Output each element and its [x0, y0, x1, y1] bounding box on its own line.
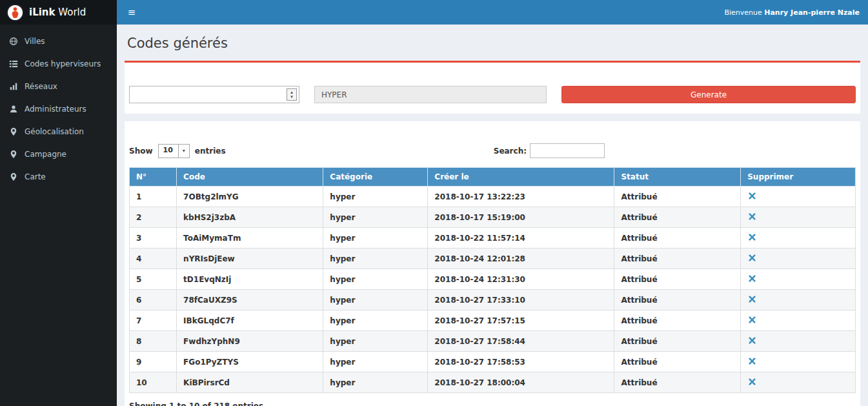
- cell-created: 2018-10-17 15:19:00: [428, 207, 614, 228]
- delete-code-icon[interactable]: [747, 192, 757, 200]
- table-row: 3 ToAiMymaTm hyper 2018-10-22 11:57:14 A…: [130, 228, 856, 249]
- cell-category: hyper: [323, 331, 428, 352]
- cell-code: kbHS2j3zbA: [177, 207, 323, 228]
- cell-code: 7OBtg2lmYG: [177, 187, 323, 207]
- column-header[interactable]: Catégorie: [323, 168, 428, 187]
- cell-status: Attribué: [614, 249, 741, 269]
- brand-name-bold: iLink: [29, 6, 56, 18]
- cell-num: 3: [130, 228, 177, 249]
- sidebar-toggle-icon[interactable]: ≡: [117, 0, 146, 25]
- sidebar-item[interactable]: Campagne: [0, 143, 117, 165]
- column-header[interactable]: Supprimer: [741, 168, 856, 187]
- table-controls: Show 10 ▾ entries Search:: [129, 143, 856, 158]
- sidebar-item[interactable]: Administrateurs: [0, 97, 117, 120]
- brand[interactable]: iLink World: [0, 0, 117, 25]
- sidebar-item[interactable]: Villes: [0, 30, 117, 52]
- cell-delete: [741, 352, 856, 372]
- table-row: 2 kbHS2j3zbA hyper 2018-10-17 15:19:00 A…: [130, 207, 856, 228]
- cell-created: 2018-10-27 17:58:53: [428, 352, 614, 372]
- cell-delete: [741, 310, 856, 331]
- delete-code-icon[interactable]: [747, 378, 757, 386]
- search-input[interactable]: [530, 143, 605, 158]
- cell-num: 6: [130, 290, 177, 310]
- marker-icon: [8, 127, 18, 136]
- sidebar-item-label: Campagne: [25, 150, 66, 159]
- spinner-down-icon[interactable]: ▾: [290, 95, 293, 99]
- globe-icon: [8, 36, 18, 46]
- cell-num: 10: [130, 372, 177, 393]
- table-row: 7 IBkGLqdC7f hyper 2018-10-27 17:57:15 A…: [130, 310, 856, 331]
- code-count-input[interactable]: [129, 86, 299, 103]
- sidebar-item-label: Géolocalisation: [25, 127, 84, 136]
- chevron-down-icon: ▾: [178, 145, 189, 157]
- cell-status: Attribué: [614, 207, 741, 228]
- generate-button[interactable]: Generate: [561, 86, 856, 103]
- generator-form: ▴ ▾ Generate: [129, 86, 856, 103]
- number-spinner[interactable]: ▴ ▾: [287, 88, 297, 101]
- brand-title: iLink World: [29, 6, 86, 18]
- cell-num: 7: [130, 310, 177, 331]
- cell-status: Attribué: [614, 310, 741, 331]
- page-length-select[interactable]: 10 ▾: [158, 144, 190, 158]
- delete-code-icon[interactable]: [747, 274, 757, 283]
- cell-num: 2: [130, 207, 177, 228]
- delete-code-icon[interactable]: [747, 254, 757, 262]
- sidebar-item[interactable]: Codes hyperviseurs: [0, 52, 117, 75]
- table-row: 6 78fCaUXZ9S hyper 2018-10-27 17:33:10 A…: [130, 290, 856, 310]
- cell-delete: [741, 228, 856, 249]
- cell-created: 2018-10-24 12:01:28: [428, 249, 614, 269]
- list-icon: [8, 59, 18, 68]
- topbar: ≡ Bienvenue Hanry Jean-pierre Nzale: [117, 0, 868, 25]
- code-generator-panel: ▴ ▾ Generate: [125, 61, 860, 114]
- app-logo-icon: [6, 4, 24, 21]
- cell-code: tD1EvqNzIj: [177, 269, 323, 290]
- cell-code: IBkGLqdC7f: [177, 310, 323, 331]
- welcome-message: Bienvenue Hanry Jean-pierre Nzale: [724, 8, 868, 17]
- cell-delete: [741, 207, 856, 228]
- column-header[interactable]: Créer le: [428, 168, 614, 187]
- category-field: [314, 86, 547, 103]
- sidebar-item[interactable]: Géolocalisation: [0, 120, 117, 143]
- cell-created: 2018-10-27 17:33:10: [428, 290, 614, 310]
- cell-num: 8: [130, 331, 177, 352]
- cell-status: Attribué: [614, 269, 741, 290]
- delete-code-icon[interactable]: [747, 357, 757, 365]
- cell-delete: [741, 187, 856, 207]
- table-row: 4 nYRIsDjEew hyper 2018-10-24 12:01:28 A…: [130, 249, 856, 269]
- delete-code-icon[interactable]: [747, 316, 757, 324]
- cell-category: hyper: [323, 310, 428, 331]
- cell-category: hyper: [323, 269, 428, 290]
- show-label: Show: [129, 147, 153, 156]
- sidebar-item[interactable]: Carte: [0, 165, 117, 188]
- cell-num: 9: [130, 352, 177, 372]
- column-header[interactable]: Code: [177, 168, 323, 187]
- sidebar-nav: Villes Codes hyperviseurs Réseaux Admini…: [0, 25, 117, 188]
- cell-delete: [741, 372, 856, 393]
- cell-created: 2018-10-27 18:00:04: [428, 372, 614, 393]
- delete-code-icon[interactable]: [747, 233, 757, 241]
- sidebar-item-label: Réseaux: [25, 82, 57, 91]
- delete-code-icon[interactable]: [747, 336, 757, 345]
- page-length-value: 10: [159, 145, 178, 157]
- cell-created: 2018-10-27 17:57:15: [428, 310, 614, 331]
- cell-category: hyper: [323, 249, 428, 269]
- sidebar-item-label: Villes: [25, 37, 45, 46]
- column-header[interactable]: N°: [130, 168, 177, 187]
- cell-num: 4: [130, 249, 177, 269]
- welcome-prefix: Bienvenue: [724, 8, 762, 17]
- cell-code: 78fCaUXZ9S: [177, 290, 323, 310]
- chart-icon: [8, 81, 18, 91]
- cell-category: hyper: [323, 228, 428, 249]
- delete-code-icon[interactable]: [747, 212, 757, 221]
- count-field-wrap: ▴ ▾: [129, 86, 299, 103]
- sidebar-item[interactable]: Réseaux: [0, 75, 117, 97]
- column-header[interactable]: Statut: [614, 168, 741, 187]
- table-header-row: N° Code Catégorie Créer le Statut Suppri…: [130, 168, 856, 187]
- cell-num: 1: [130, 187, 177, 207]
- cell-status: Attribué: [614, 228, 741, 249]
- cell-created: 2018-10-17 13:22:23: [428, 187, 614, 207]
- sidebar-item-label: Codes hyperviseurs: [25, 59, 101, 68]
- table-row: 9 FGo1PyZTYS hyper 2018-10-27 17:58:53 A…: [130, 352, 856, 372]
- delete-code-icon[interactable]: [747, 295, 757, 303]
- cell-category: hyper: [323, 187, 428, 207]
